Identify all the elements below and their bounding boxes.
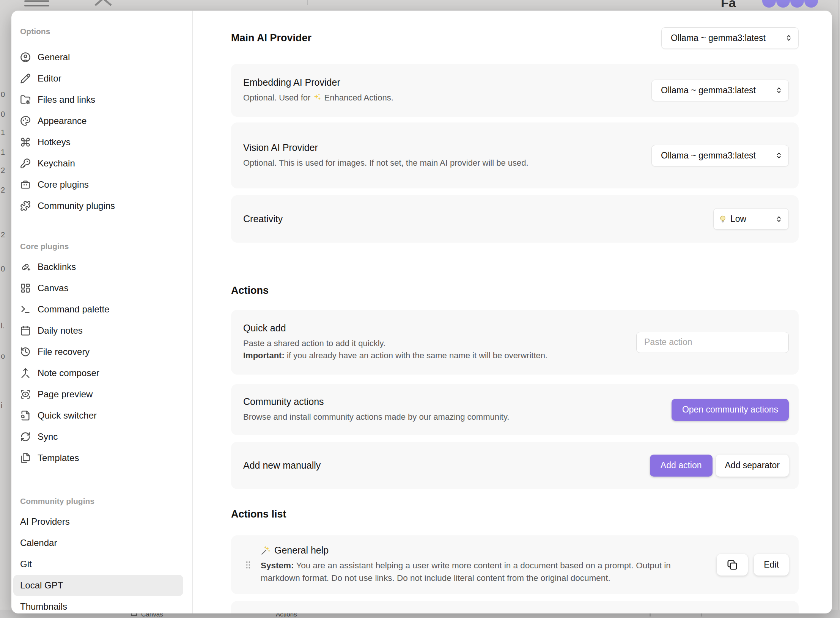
window-edge-line (838, 0, 838, 618)
add-new-buttons: Add action Add separator (650, 455, 789, 477)
sidebar-item-editor[interactable]: Editor (13, 68, 183, 89)
sparkles-icon (313, 93, 322, 102)
bulb-icon (718, 215, 727, 224)
add-new-manually-card: Add new manually Add action Add separato… (231, 442, 799, 489)
user-circle-icon (20, 52, 31, 63)
drag-handle-icon[interactable] (243, 558, 253, 572)
sidebar-item-sync[interactable]: Sync (13, 426, 183, 447)
avatar (762, 0, 776, 8)
sidebar-item-command-palette[interactable]: Command palette (13, 299, 183, 320)
sidebar-item-label: Appearance (38, 116, 87, 126)
sidebar-item-core-plugins[interactable]: Core plugins (13, 174, 183, 195)
paste-action-input[interactable] (636, 332, 789, 353)
sidebar-item-templates[interactable]: Templates (13, 447, 183, 469)
creativity-label: Creativity (243, 213, 283, 224)
important-label: Important: (243, 351, 285, 360)
edge-text-fragment: 2 (1, 166, 5, 175)
edge-text-fragment: 0 (1, 110, 5, 119)
edge-text-fragment: 0 (1, 90, 5, 99)
sidebar-item-quick-switcher[interactable]: Quick switcher (13, 405, 183, 426)
sidebar-item-label: Hotkeys (38, 137, 71, 147)
sidebar-section-heading-core-plugins: Core plugins (11, 242, 192, 251)
copy-action-button[interactable] (717, 554, 748, 576)
sidebar-item-calendar[interactable]: Calendar (13, 532, 183, 554)
sidebar-item-label: Templates (38, 453, 79, 463)
refresh-icon (20, 431, 31, 442)
add-action-button[interactable]: Add action (650, 455, 713, 477)
quick-add-desc-line1: Paste a shared action to add it quickly. (243, 337, 547, 350)
copy-icon (727, 559, 738, 571)
sidebar-item-ai-providers[interactable]: AI Providers (13, 511, 183, 532)
palette-icon (20, 116, 31, 126)
sidebar-item-local-gpt[interactable]: Local GPT (13, 575, 183, 596)
edit-action-button[interactable]: Edit (754, 554, 789, 576)
embedding-ai-provider-card: Embedding AI Provider Optional. Used for… (231, 64, 799, 117)
settings-modal: Options GeneralEditorFiles and linksAppe… (11, 11, 832, 613)
sidebar-item-general[interactable]: General (13, 47, 183, 68)
community-actions-card: Community actions Browse and install com… (231, 384, 799, 435)
avatar (790, 0, 804, 8)
sidebar-item-label: Editor (38, 73, 61, 84)
sidebar-item-keychain[interactable]: Keychain (13, 153, 183, 174)
box-icon (20, 179, 31, 190)
important-text: if you already have an action with the s… (285, 351, 547, 360)
sidebar-item-backlinks[interactable]: Backlinks (13, 256, 183, 278)
system-text: You are an assistant helping a user writ… (261, 561, 671, 583)
embedding-ai-provider-info: Embedding AI Provider Optional. Used for… (243, 77, 393, 104)
puzzle-icon (20, 201, 31, 211)
edge-text-fragment: 2 (1, 186, 5, 194)
embedding-ai-provider-select[interactable]: Ollama ~ gemma3:latest (651, 80, 789, 101)
creativity-select[interactable]: Low (713, 208, 789, 230)
menu-icon (24, 0, 49, 2)
sidebar-item-thumbnails[interactable]: Thumbnails (13, 596, 183, 613)
chevron-updown-icon (775, 215, 783, 223)
main-ai-provider-row: Main AI Provider Ollama ~ gemma3:latest (231, 23, 799, 53)
select-value: Ollama ~ gemma3:latest (661, 151, 756, 161)
scan-eye-icon (20, 389, 31, 400)
quick-add-info: Quick add Paste a shared action to add i… (243, 323, 547, 362)
sidebar-item-label: Local GPT (20, 580, 63, 591)
sidebar-item-note-composer[interactable]: Note composer (13, 362, 183, 384)
sidebar-item-label: Command palette (38, 304, 109, 315)
backlinks-icon (20, 262, 31, 272)
sidebar-item-page-preview[interactable]: Page preview (13, 384, 183, 405)
avatar (804, 0, 818, 8)
history-icon (20, 347, 31, 357)
action-list-item: General help System: You are an assistan… (231, 535, 799, 594)
sidebar-item-git[interactable]: Git (13, 554, 183, 575)
edge-text-fragment: 2 (1, 231, 5, 239)
community-actions-info: Community actions Browse and install com… (243, 396, 509, 423)
add-separator-button[interactable]: Add separator (716, 455, 789, 477)
embedding-ai-provider-desc: Optional. Used for Enhanced Actions. (243, 92, 393, 104)
sidebar-core-plugins-list: BacklinksCanvasCommand paletteDaily note… (11, 256, 192, 469)
vision-ai-provider-select[interactable]: Ollama ~ gemma3:latest (651, 145, 789, 166)
sidebar-item-label: Thumbnails (20, 601, 67, 612)
merge-icon (20, 368, 31, 378)
sidebar-item-file-recovery[interactable]: File recovery (13, 341, 183, 362)
chevron-updown-icon (775, 86, 783, 94)
file-search-icon (20, 410, 31, 421)
quick-add-title: Quick add (243, 323, 547, 334)
actions-list-heading: Actions list (231, 507, 799, 522)
sidebar-item-community-plugins[interactable]: Community plugins (13, 195, 183, 216)
sidebar-item-daily-notes[interactable]: Daily notes (13, 320, 183, 341)
main-ai-provider-select[interactable]: Ollama ~ gemma3:latest (661, 27, 799, 49)
menu-icon (24, 5, 49, 6)
community-actions-desc: Browse and install community actions mad… (243, 411, 509, 423)
edge-text-fragment: 1 (1, 128, 5, 137)
sidebar-item-canvas[interactable]: Canvas (13, 278, 183, 299)
action-list-item-partial (231, 601, 799, 613)
settings-content: Main AI Provider Ollama ~ gemma3:latest … (193, 11, 832, 613)
sidebar-item-hotkeys[interactable]: Hotkeys (13, 132, 183, 153)
edge-text-fragment: i (1, 401, 5, 410)
quick-add-card: Quick add Paste a shared action to add i… (231, 310, 799, 375)
open-community-actions-button[interactable]: Open community actions (672, 399, 789, 421)
action-item-title: General help (261, 545, 693, 556)
sidebar-item-label: General (38, 52, 70, 63)
sidebar-item-appearance[interactable]: Appearance (13, 110, 183, 132)
layout-dashboard-icon (20, 283, 31, 293)
background-title-fragment: Fá (721, 0, 736, 10)
sidebar-item-files-and-links[interactable]: Files and links (13, 89, 183, 110)
sidebar-item-label: Daily notes (38, 325, 83, 336)
key-icon (20, 158, 31, 169)
